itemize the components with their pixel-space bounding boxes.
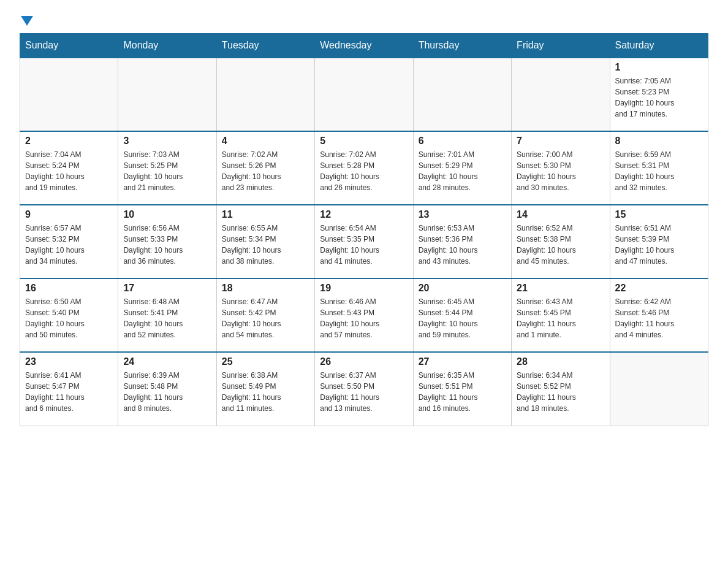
day-number: 18	[222, 283, 309, 294]
calendar-week-2: 9Sunrise: 6:57 AMSunset: 5:32 PMDaylight…	[20, 205, 708, 278]
calendar-cell: 23Sunrise: 6:41 AMSunset: 5:47 PMDayligh…	[20, 352, 118, 426]
day-number: 5	[320, 136, 408, 147]
day-number: 10	[123, 209, 211, 220]
calendar-cell	[118, 58, 216, 131]
calendar-cell: 1Sunrise: 7:05 AMSunset: 5:23 PMDaylight…	[610, 58, 708, 131]
calendar-cell: 26Sunrise: 6:37 AMSunset: 5:50 PMDayligh…	[315, 352, 413, 426]
day-number: 11	[222, 209, 309, 220]
calendar-week-4: 23Sunrise: 6:41 AMSunset: 5:47 PMDayligh…	[20, 352, 708, 426]
day-info: Sunrise: 7:03 AMSunset: 5:25 PMDaylight:…	[123, 149, 211, 193]
day-number: 26	[320, 356, 408, 367]
calendar-cell: 6Sunrise: 7:01 AMSunset: 5:29 PMDaylight…	[413, 131, 511, 205]
calendar-cell: 2Sunrise: 7:04 AMSunset: 5:24 PMDaylight…	[20, 131, 118, 205]
day-number: 2	[25, 136, 113, 147]
day-number: 19	[320, 283, 408, 294]
day-info: Sunrise: 6:47 AMSunset: 5:42 PMDaylight:…	[222, 296, 309, 340]
calendar-week-1: 2Sunrise: 7:04 AMSunset: 5:24 PMDaylight…	[20, 131, 708, 205]
day-info: Sunrise: 6:35 AMSunset: 5:51 PMDaylight:…	[419, 370, 506, 414]
col-header-wednesday: Wednesday	[315, 34, 413, 58]
calendar-cell: 8Sunrise: 6:59 AMSunset: 5:31 PMDaylight…	[610, 131, 708, 205]
day-info: Sunrise: 7:04 AMSunset: 5:24 PMDaylight:…	[25, 149, 113, 193]
day-info: Sunrise: 6:57 AMSunset: 5:32 PMDaylight:…	[25, 223, 113, 267]
calendar-table: SundayMondayTuesdayWednesdayThursdayFrid…	[20, 33, 708, 426]
day-number: 28	[517, 356, 604, 367]
day-info: Sunrise: 6:46 AMSunset: 5:43 PMDaylight:…	[320, 296, 408, 340]
calendar-week-0: 1Sunrise: 7:05 AMSunset: 5:23 PMDaylight…	[20, 58, 708, 131]
page-header	[20, 15, 708, 23]
logo	[20, 15, 33, 23]
calendar-cell: 14Sunrise: 6:52 AMSunset: 5:38 PMDayligh…	[512, 205, 610, 278]
day-info: Sunrise: 7:02 AMSunset: 5:26 PMDaylight:…	[222, 149, 309, 193]
day-number: 24	[123, 356, 211, 367]
calendar-cell: 21Sunrise: 6:43 AMSunset: 5:45 PMDayligh…	[512, 278, 610, 352]
calendar-cell	[216, 58, 314, 131]
day-info: Sunrise: 6:50 AMSunset: 5:40 PMDaylight:…	[25, 296, 113, 340]
day-info: Sunrise: 6:54 AMSunset: 5:35 PMDaylight:…	[320, 223, 408, 267]
day-info: Sunrise: 6:56 AMSunset: 5:33 PMDaylight:…	[123, 223, 211, 267]
day-number: 16	[25, 283, 113, 294]
calendar-cell: 10Sunrise: 6:56 AMSunset: 5:33 PMDayligh…	[118, 205, 216, 278]
calendar-cell: 4Sunrise: 7:02 AMSunset: 5:26 PMDaylight…	[216, 131, 314, 205]
day-number: 17	[123, 283, 211, 294]
col-header-tuesday: Tuesday	[216, 34, 314, 58]
day-number: 6	[419, 136, 506, 147]
day-number: 7	[517, 136, 604, 147]
day-info: Sunrise: 6:55 AMSunset: 5:34 PMDaylight:…	[222, 223, 309, 267]
calendar-cell	[413, 58, 511, 131]
day-info: Sunrise: 6:45 AMSunset: 5:44 PMDaylight:…	[419, 296, 506, 340]
calendar-cell: 5Sunrise: 7:02 AMSunset: 5:28 PMDaylight…	[315, 131, 413, 205]
day-number: 4	[222, 136, 309, 147]
day-info: Sunrise: 6:51 AMSunset: 5:39 PMDaylight:…	[615, 223, 703, 267]
day-info: Sunrise: 7:05 AMSunset: 5:23 PMDaylight:…	[615, 75, 703, 120]
calendar-cell: 20Sunrise: 6:45 AMSunset: 5:44 PMDayligh…	[413, 278, 511, 352]
col-header-thursday: Thursday	[413, 34, 511, 58]
day-number: 1	[615, 62, 703, 73]
day-info: Sunrise: 6:53 AMSunset: 5:36 PMDaylight:…	[419, 223, 506, 267]
calendar-cell	[20, 58, 118, 131]
day-number: 23	[25, 356, 113, 367]
day-number: 8	[615, 136, 703, 147]
col-header-friday: Friday	[512, 34, 610, 58]
day-number: 22	[615, 283, 703, 294]
calendar-cell	[512, 58, 610, 131]
day-info: Sunrise: 6:37 AMSunset: 5:50 PMDaylight:…	[320, 370, 408, 414]
day-info: Sunrise: 7:00 AMSunset: 5:30 PMDaylight:…	[517, 149, 604, 193]
col-header-monday: Monday	[118, 34, 216, 58]
calendar-cell: 27Sunrise: 6:35 AMSunset: 5:51 PMDayligh…	[413, 352, 511, 426]
calendar-cell: 9Sunrise: 6:57 AMSunset: 5:32 PMDaylight…	[20, 205, 118, 278]
calendar-cell: 11Sunrise: 6:55 AMSunset: 5:34 PMDayligh…	[216, 205, 314, 278]
col-header-saturday: Saturday	[610, 34, 708, 58]
day-number: 15	[615, 209, 703, 220]
day-number: 9	[25, 209, 113, 220]
day-info: Sunrise: 6:52 AMSunset: 5:38 PMDaylight:…	[517, 223, 604, 267]
day-number: 21	[517, 283, 604, 294]
calendar-cell: 16Sunrise: 6:50 AMSunset: 5:40 PMDayligh…	[20, 278, 118, 352]
day-info: Sunrise: 6:43 AMSunset: 5:45 PMDaylight:…	[517, 296, 604, 340]
calendar-cell: 28Sunrise: 6:34 AMSunset: 5:52 PMDayligh…	[512, 352, 610, 426]
calendar-cell: 3Sunrise: 7:03 AMSunset: 5:25 PMDaylight…	[118, 131, 216, 205]
day-number: 20	[419, 283, 506, 294]
day-info: Sunrise: 6:34 AMSunset: 5:52 PMDaylight:…	[517, 370, 604, 414]
col-header-sunday: Sunday	[20, 34, 118, 58]
calendar-cell: 17Sunrise: 6:48 AMSunset: 5:41 PMDayligh…	[118, 278, 216, 352]
calendar-week-3: 16Sunrise: 6:50 AMSunset: 5:40 PMDayligh…	[20, 278, 708, 352]
calendar-cell: 22Sunrise: 6:42 AMSunset: 5:46 PMDayligh…	[610, 278, 708, 352]
day-number: 25	[222, 356, 309, 367]
calendar-cell: 15Sunrise: 6:51 AMSunset: 5:39 PMDayligh…	[610, 205, 708, 278]
day-number: 3	[123, 136, 211, 147]
day-info: Sunrise: 7:01 AMSunset: 5:29 PMDaylight:…	[419, 149, 506, 193]
logo-triangle-icon	[21, 16, 33, 26]
calendar-cell	[315, 58, 413, 131]
calendar-cell: 12Sunrise: 6:54 AMSunset: 5:35 PMDayligh…	[315, 205, 413, 278]
day-info: Sunrise: 6:38 AMSunset: 5:49 PMDaylight:…	[222, 370, 309, 414]
day-number: 14	[517, 209, 604, 220]
day-info: Sunrise: 6:41 AMSunset: 5:47 PMDaylight:…	[25, 370, 113, 414]
calendar-cell: 13Sunrise: 6:53 AMSunset: 5:36 PMDayligh…	[413, 205, 511, 278]
calendar-cell: 18Sunrise: 6:47 AMSunset: 5:42 PMDayligh…	[216, 278, 314, 352]
calendar-cell	[610, 352, 708, 426]
calendar-header-row: SundayMondayTuesdayWednesdayThursdayFrid…	[20, 34, 708, 58]
day-info: Sunrise: 6:39 AMSunset: 5:48 PMDaylight:…	[123, 370, 211, 414]
calendar-cell: 7Sunrise: 7:00 AMSunset: 5:30 PMDaylight…	[512, 131, 610, 205]
day-info: Sunrise: 6:42 AMSunset: 5:46 PMDaylight:…	[615, 296, 703, 340]
day-number: 12	[320, 209, 408, 220]
